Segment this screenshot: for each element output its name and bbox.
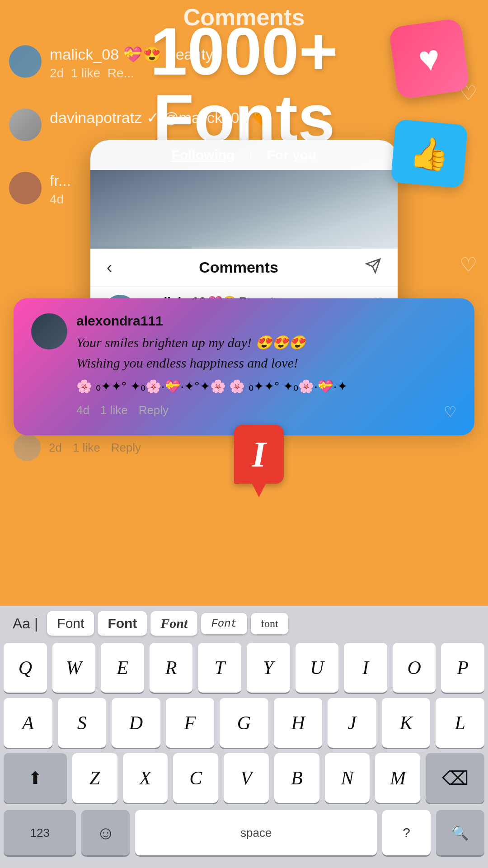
key-question[interactable]: ? <box>382 810 431 855</box>
bg-text-3: fr... <box>50 172 71 189</box>
phone-comments-title: Comments <box>199 259 278 276</box>
key-v[interactable]: V <box>224 753 269 803</box>
phone-send-button[interactable] <box>365 258 381 277</box>
tab-foryou[interactable]: For you <box>267 147 316 163</box>
key-w[interactable]: W <box>52 643 96 693</box>
key-r[interactable]: R <box>150 643 193 693</box>
key-z[interactable]: Z <box>72 753 117 803</box>
key-n[interactable]: N <box>325 753 370 803</box>
font-btn-4[interactable]: Font <box>201 613 247 634</box>
heart-icon: ♥ <box>416 37 443 81</box>
key-popup-stem <box>252 484 266 497</box>
bg-avatar-3 <box>9 172 42 204</box>
phone-tabs-bar: Following | For you <box>90 140 398 170</box>
highlight-emojis: 🌸 ₀✦✦° ✦₀🌸·💝·✦°✦🌸 🌸 ₀✦✦° ✦₀🌸·💝·✦ <box>76 377 457 397</box>
phone-comments-header: ‹ Comments <box>90 249 398 287</box>
font-btn-3[interactable]: Font <box>150 611 197 636</box>
highlight-meta: 4d 1 like Reply ♡ <box>76 403 457 420</box>
bg-comment-3: fr... 4d <box>9 172 71 207</box>
key-popup-bubble: I <box>234 425 284 484</box>
highlight-line2: Wishing you endless happiness and love! <box>76 355 298 370</box>
key-popup-letter: I <box>252 434 266 475</box>
like-badge: ♥ <box>389 18 470 100</box>
key-o[interactable]: O <box>393 643 436 693</box>
bg-bottom-meta: 2d 1 like Reply <box>49 441 141 455</box>
highlight-comment-box: alexondra111 Your smiles brighten up my … <box>14 298 474 435</box>
highlight-heart[interactable]: ♡ <box>444 403 457 420</box>
kb-row-3: ⬆ Z X C V B N M ⌫ <box>4 753 484 803</box>
keyboard-area: Aa | Font Font Font Font font Q W E R T … <box>0 606 488 868</box>
key-x[interactable]: X <box>123 753 168 803</box>
bg-bottom-reply: Reply <box>111 441 141 455</box>
key-space[interactable]: space <box>135 810 377 855</box>
kb-row-1: Q W E R T Y U I O P <box>4 643 484 693</box>
key-y[interactable]: Y <box>247 643 290 693</box>
highlight-inner: alexondra111 Your smiles brighten up my … <box>31 313 457 420</box>
key-k[interactable]: K <box>382 698 431 748</box>
key-emoji[interactable]: ☺ <box>81 810 130 855</box>
key-h[interactable]: H <box>274 698 323 748</box>
highlight-text: Your smiles brighten up my day! 😍😍😍 Wish… <box>76 332 457 373</box>
key-g[interactable]: G <box>220 698 268 748</box>
key-d[interactable]: D <box>112 698 160 748</box>
kb-bottom-row: 123 ☺ space ? 🔍 <box>0 810 488 859</box>
tab-divider: | <box>249 148 253 162</box>
key-b[interactable]: B <box>274 753 319 803</box>
phone-back-button[interactable]: ‹ <box>107 258 112 277</box>
highlight-time: 4d <box>76 403 89 420</box>
key-c[interactable]: C <box>173 753 218 803</box>
thumbsup-icon: 👍 <box>408 133 450 174</box>
key-numbers[interactable]: 123 <box>4 810 76 855</box>
font-selector-row: Aa | Font Font Font Font font <box>0 606 488 641</box>
key-m[interactable]: M <box>375 753 420 803</box>
highlight-username: alexondra111 <box>76 313 457 329</box>
key-p[interactable]: P <box>441 643 484 693</box>
key-shift[interactable]: ⬆ <box>4 753 67 803</box>
highlight-body: alexondra111 Your smiles brighten up my … <box>76 313 457 420</box>
key-l[interactable]: L <box>436 698 484 748</box>
bg-sub-3: 4d <box>50 192 71 207</box>
bg-bottom-likes: 1 like <box>73 441 100 455</box>
key-popup: I <box>234 425 284 497</box>
key-q[interactable]: Q <box>4 643 47 693</box>
key-i[interactable]: I <box>344 643 387 693</box>
kb-row-2: A S D F G H J K L <box>4 698 484 748</box>
key-search[interactable]: 🔍 <box>436 810 484 855</box>
key-u[interactable]: U <box>296 643 339 693</box>
highlight-likes: 1 like <box>100 403 128 420</box>
thumbsup-badge: 👍 <box>390 119 468 188</box>
key-backspace[interactable]: ⌫ <box>426 753 484 803</box>
phone-video: Following | For you <box>90 140 398 249</box>
font-btn-5[interactable]: font <box>251 613 288 634</box>
font-aa-label: Aa | <box>7 612 43 636</box>
key-s[interactable]: S <box>58 698 107 748</box>
bg-heart-2: ♡ <box>460 253 477 276</box>
font-btn-2[interactable]: Font <box>98 611 147 636</box>
tab-following[interactable]: Following <box>172 147 235 163</box>
highlight-avatar <box>31 313 67 349</box>
font-btn-1[interactable]: Font <box>47 611 94 636</box>
bg-bottom-time: 2d <box>49 441 62 455</box>
key-j[interactable]: J <box>328 698 376 748</box>
highlight-line1: Your smiles brighten up my day! 😍😍😍 <box>76 335 305 350</box>
key-f[interactable]: F <box>166 698 215 748</box>
key-e[interactable]: E <box>101 643 144 693</box>
key-a[interactable]: A <box>4 698 52 748</box>
highlight-reply[interactable]: Reply <box>139 403 169 420</box>
key-t[interactable]: T <box>198 643 241 693</box>
bg-bottom-avatar <box>14 434 41 461</box>
keyboard-rows: Q W E R T Y U I O P A S D F G H J K L ⬆ … <box>0 641 488 810</box>
